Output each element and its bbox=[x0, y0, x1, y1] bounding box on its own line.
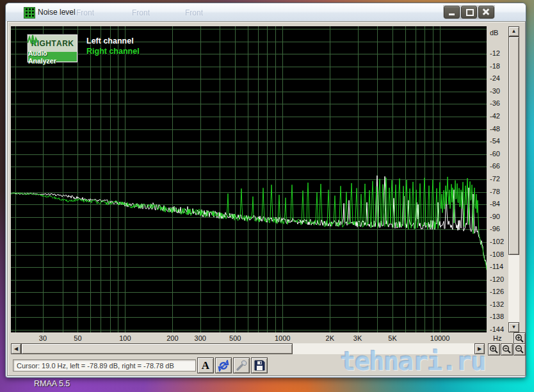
legend-left-channel: Left channel bbox=[86, 36, 140, 46]
y-tick-label: -120 bbox=[490, 275, 504, 283]
zoom-in-x-button[interactable] bbox=[488, 343, 500, 355]
x-tick-label: 5K bbox=[378, 334, 407, 342]
y-tick-label: -48 bbox=[490, 125, 500, 133]
window-titlebar[interactable]: Noise level Front Front Front bbox=[6, 3, 526, 21]
horizontal-scrollbar[interactable]: ◀ bbox=[11, 343, 478, 354]
scroll-up-button[interactable]: ▲ bbox=[508, 26, 519, 37]
y-tick-label: -24 bbox=[490, 74, 500, 82]
maximize-icon bbox=[466, 9, 474, 16]
y-tick-label: -114 bbox=[490, 263, 503, 270]
settings-button[interactable] bbox=[233, 357, 250, 373]
magnifier-plus-icon bbox=[515, 334, 524, 343]
x-tick-label: 100 bbox=[111, 334, 139, 342]
y-tick-label: -132 bbox=[490, 300, 504, 308]
background-window-title: Front bbox=[132, 8, 150, 17]
window-controls bbox=[443, 5, 495, 19]
magnifier-plus-icon bbox=[489, 345, 499, 354]
x-tick-label: 1000 bbox=[268, 334, 296, 342]
y-tick-label: -78 bbox=[490, 188, 500, 195]
waveform-icon bbox=[28, 35, 38, 46]
logo-word-right: ARK bbox=[56, 39, 74, 48]
y-axis-unit: dB bbox=[490, 29, 498, 37]
minimize-icon bbox=[449, 13, 455, 15]
floppy-icon bbox=[254, 360, 265, 371]
y-tick-label: -60 bbox=[490, 150, 500, 158]
y-tick-label: -66 bbox=[490, 162, 500, 170]
y-tick-label: -54 bbox=[490, 137, 500, 145]
y-tick-label: -144 bbox=[490, 325, 504, 333]
x-tick-label: 10000 bbox=[426, 334, 454, 342]
x-tick-label: 200 bbox=[158, 334, 186, 342]
y-tick-label: -36 bbox=[490, 99, 500, 107]
logo-subtitle: Audio Analyzer bbox=[28, 52, 77, 61]
x-tick-label: 300 bbox=[186, 334, 214, 342]
vertical-scrollbar-thumb[interactable] bbox=[508, 37, 519, 255]
font-button[interactable]: A bbox=[197, 357, 214, 373]
y-tick-label: -30 bbox=[490, 87, 500, 95]
scroll-left-button[interactable]: ◀ bbox=[11, 343, 21, 354]
zoom-out-y-button[interactable] bbox=[514, 343, 526, 355]
app-icon bbox=[24, 7, 35, 19]
maximize-button[interactable] bbox=[461, 6, 477, 19]
scroll-right-button[interactable]: ▶ bbox=[474, 343, 485, 354]
y-tick-label: -90 bbox=[490, 213, 500, 220]
y-tick-label: -18 bbox=[490, 62, 500, 70]
rightmark-logo: RIGHT ARK Audio Analyzer bbox=[28, 35, 77, 62]
y-tick-label: -42 bbox=[490, 112, 500, 120]
close-button[interactable] bbox=[478, 6, 494, 19]
background-window-title: Front bbox=[76, 8, 94, 17]
magnifier-minus-icon bbox=[515, 345, 524, 354]
arrow-right-icon: ▶ bbox=[478, 347, 481, 352]
status-bar: Cursor: 19.0 Hz, left = -78.89 dB, right… bbox=[8, 357, 524, 375]
minimize-button[interactable] bbox=[444, 6, 460, 19]
horizontal-scrollbar-thumb[interactable] bbox=[21, 343, 293, 354]
noise-spectrum-chart bbox=[11, 26, 487, 332]
wrench-icon bbox=[236, 360, 247, 372]
zoom-out-x-button[interactable] bbox=[501, 343, 513, 355]
arrow-left-icon: ◀ bbox=[14, 347, 18, 352]
x-tick-label: 500 bbox=[221, 334, 249, 342]
x-tick-label: 50 bbox=[63, 334, 92, 342]
window-title: Noise level bbox=[38, 8, 76, 17]
y-tick-label: -108 bbox=[490, 250, 504, 258]
desktop-version-label: RMAA 5.5 bbox=[34, 379, 70, 388]
arrow-down-icon: ▼ bbox=[512, 325, 517, 330]
magnifier-minus-icon bbox=[502, 345, 512, 354]
plot-legend: RIGHT ARK Audio Analyzer Left channel Ri… bbox=[28, 35, 140, 62]
desktop-wallpaper: Noise level Front Front Front RIGHT bbox=[0, 0, 534, 392]
background-window-title: Front bbox=[185, 8, 203, 17]
x-axis-unit: Hz bbox=[493, 334, 501, 342]
y-tick-label: -72 bbox=[490, 175, 500, 183]
y-tick-label: -96 bbox=[490, 225, 500, 233]
vertical-scrollbar[interactable]: ▲ ▼ bbox=[508, 26, 519, 332]
window-content: RIGHT ARK Audio Analyzer Left channel Ri… bbox=[7, 21, 526, 376]
y-axis-labels: dB -12-18-24-30-36-42-48-54-60-66-72-78-… bbox=[487, 26, 508, 332]
scroll-down-button[interactable]: ▼ bbox=[508, 322, 519, 332]
legend-right-channel: Right channel bbox=[86, 46, 140, 56]
x-tick-label: 30 bbox=[29, 334, 57, 342]
x-tick-label: 3K bbox=[344, 334, 372, 342]
x-tick-label: 2K bbox=[316, 334, 344, 342]
spectrum-plot-area[interactable]: RIGHT ARK Audio Analyzer Left channel Ri… bbox=[11, 26, 487, 332]
cursor-readout: Cursor: 19.0 Hz, left = -78.89 dB, right… bbox=[13, 359, 196, 372]
arrow-up-icon: ▲ bbox=[512, 29, 517, 34]
y-tick-label: -102 bbox=[490, 238, 504, 245]
y-tick-label: -12 bbox=[490, 49, 500, 57]
y-tick-label: -138 bbox=[490, 313, 504, 320]
refresh-icon bbox=[218, 360, 229, 372]
save-button[interactable] bbox=[251, 357, 268, 373]
letter-a-icon: A bbox=[202, 359, 209, 372]
rmaa-plot-window: Noise level Front Front Front RIGHT bbox=[5, 3, 526, 378]
refresh-button[interactable] bbox=[215, 357, 232, 373]
y-tick-label: -84 bbox=[490, 200, 500, 208]
y-tick-label: -126 bbox=[490, 288, 504, 295]
right-channel-trace bbox=[11, 177, 487, 270]
